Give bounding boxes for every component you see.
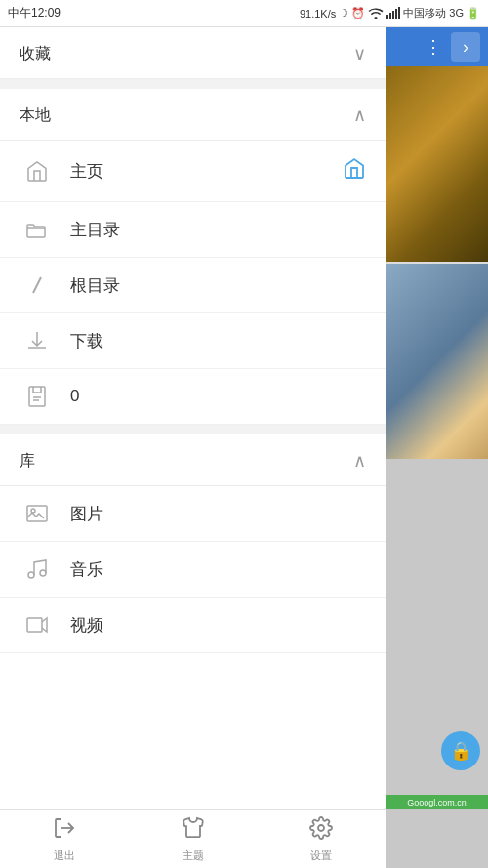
favorites-label: 收藏 bbox=[20, 44, 51, 64]
home-icon bbox=[20, 159, 55, 183]
battery-icon: 🔋 bbox=[467, 7, 480, 20]
network-speed: 91.1K/s bbox=[300, 8, 336, 20]
signal-icon bbox=[386, 7, 400, 21]
carrier-label: 中国移动 3G bbox=[403, 6, 464, 21]
right-panel-top: ⋮ › bbox=[386, 27, 488, 66]
library-section-header[interactable]: 库 ∧ bbox=[0, 434, 386, 486]
local-label: 本地 bbox=[20, 105, 51, 126]
svg-line-6 bbox=[33, 277, 41, 293]
svg-rect-1 bbox=[389, 13, 391, 19]
watermark: Gooogl.com.cn bbox=[386, 795, 488, 809]
svg-rect-3 bbox=[395, 9, 397, 19]
exit-icon bbox=[53, 816, 76, 846]
sdcard-icon bbox=[20, 385, 55, 408]
theme-label: 主题 bbox=[183, 848, 204, 863]
status-time: 中午12:09 bbox=[8, 5, 61, 21]
library-label: 库 bbox=[20, 451, 35, 472]
svg-rect-7 bbox=[29, 387, 45, 406]
video-label: 视频 bbox=[70, 614, 366, 637]
svg-point-12 bbox=[28, 572, 34, 578]
menu-item-video[interactable]: 视频 bbox=[0, 598, 386, 653]
menu-item-download[interactable]: 下载 bbox=[0, 313, 386, 369]
photos-label: 图片 bbox=[70, 503, 366, 525]
settings-label: 设置 bbox=[310, 848, 332, 863]
main-container: ⋮ › 🔒 Gooogl.com.cn 收藏 ∨ 本地 ∧ bbox=[0, 27, 488, 868]
video-icon bbox=[20, 613, 55, 637]
svg-rect-14 bbox=[27, 618, 42, 632]
right-panel: ⋮ › 🔒 Gooogl.com.cn bbox=[386, 27, 488, 868]
svg-rect-2 bbox=[392, 11, 394, 19]
lock-icon[interactable]: 🔒 bbox=[441, 731, 480, 770]
wifi-icon bbox=[368, 7, 384, 21]
menu-item-photos[interactable]: 图片 bbox=[0, 486, 386, 542]
drawer-panel: 收藏 ∨ 本地 ∧ 主页 bbox=[0, 27, 386, 868]
status-bar: 中午12:09 91.1K/s ☽ ⏰ 中国移动 3G 🔋 bbox=[0, 0, 488, 27]
exit-label: 退出 bbox=[54, 848, 75, 863]
svg-rect-4 bbox=[398, 7, 400, 19]
download-icon bbox=[20, 329, 55, 352]
svg-rect-0 bbox=[386, 15, 388, 19]
settings-icon bbox=[309, 816, 333, 846]
bg-image-2 bbox=[386, 264, 488, 459]
menu-item-home[interactable]: 主页 bbox=[0, 141, 386, 202]
status-left: 中午12:09 bbox=[8, 5, 61, 21]
status-right: 91.1K/s ☽ ⏰ 中国移动 3G 🔋 bbox=[300, 6, 480, 21]
forward-arrow[interactable]: › bbox=[451, 32, 480, 62]
svg-point-16 bbox=[318, 825, 324, 831]
bg-image-1 bbox=[386, 66, 488, 262]
favorites-chevron: ∨ bbox=[353, 43, 366, 64]
menu-item-rootdir[interactable]: 根目录 bbox=[0, 258, 386, 313]
maindir-label: 主目录 bbox=[70, 219, 366, 241]
nav-theme[interactable]: 主题 bbox=[129, 816, 258, 863]
home-badge-icon bbox=[343, 156, 366, 186]
drawer-scroll[interactable]: 收藏 ∨ 本地 ∧ 主页 bbox=[0, 27, 386, 868]
folder-icon bbox=[20, 218, 55, 241]
favorites-section-header[interactable]: 收藏 ∨ bbox=[0, 27, 386, 79]
image-icon bbox=[20, 502, 55, 525]
clock-icon: ⏰ bbox=[351, 7, 365, 20]
local-chevron: ∧ bbox=[353, 104, 366, 126]
home-label: 主页 bbox=[70, 160, 343, 183]
more-icon: ⋮ bbox=[425, 36, 443, 58]
menu-item-sdcard[interactable]: 0 bbox=[0, 369, 386, 425]
nav-exit[interactable]: 退出 bbox=[0, 816, 129, 863]
bottom-nav: 退出 主题 设置 bbox=[0, 809, 386, 868]
slash-icon bbox=[20, 273, 55, 297]
menu-item-maindir[interactable]: 主目录 bbox=[0, 202, 386, 258]
gap-2 bbox=[0, 425, 386, 434]
moon-icon: ☽ bbox=[339, 7, 348, 20]
download-label: 下载 bbox=[70, 330, 366, 352]
music-label: 音乐 bbox=[70, 558, 366, 581]
sdcard-label: 0 bbox=[70, 387, 366, 406]
menu-item-music[interactable]: 音乐 bbox=[0, 542, 386, 598]
nav-settings[interactable]: 设置 bbox=[257, 816, 386, 863]
gap-1 bbox=[0, 79, 386, 89]
local-section-header[interactable]: 本地 ∧ bbox=[0, 89, 386, 141]
library-chevron: ∧ bbox=[353, 450, 366, 472]
rootdir-label: 根目录 bbox=[70, 274, 366, 297]
theme-icon bbox=[182, 816, 205, 846]
music-icon bbox=[20, 558, 55, 581]
svg-point-13 bbox=[40, 570, 46, 576]
